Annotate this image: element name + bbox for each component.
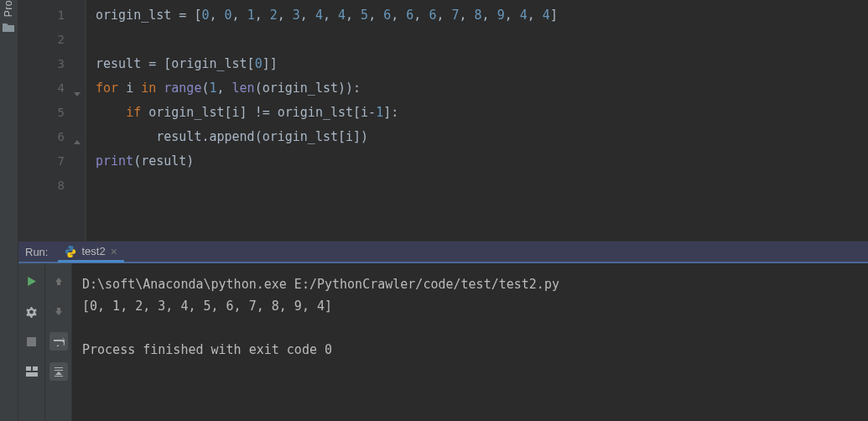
console-output[interactable]: D:\soft\Anaconda\python.exe E:/PythonCra… (72, 263, 868, 421)
main-area: 1 2 3 4 5 6 7 8 origin_lst = [0, 0, 1, 2… (18, 0, 868, 421)
code-line[interactable]: result = [origin_lst[0]] (96, 52, 868, 76)
python-icon (65, 246, 76, 257)
run-panel: Run: test2 × (18, 241, 868, 421)
svg-rect-0 (27, 337, 36, 346)
editor-area[interactable]: 1 2 3 4 5 6 7 8 origin_lst = [0, 0, 1, 2… (18, 0, 868, 241)
code-line[interactable]: result.append(origin_lst[i]) (96, 125, 868, 149)
line-number: 8 (18, 174, 85, 198)
code-line[interactable] (96, 28, 868, 52)
output-line: Process finished with exit code 0 (82, 342, 332, 357)
run-toolbar (18, 263, 45, 421)
close-icon[interactable]: × (111, 245, 117, 258)
line-number: 3 (18, 52, 85, 76)
gutter: 1 2 3 4 5 6 7 8 (18, 0, 86, 241)
svg-rect-3 (26, 372, 38, 377)
run-tab-name: test2 (81, 245, 105, 257)
run-body: D:\soft\Anaconda\python.exe E:/PythonCra… (18, 263, 868, 421)
up-arrow-icon[interactable] (49, 272, 68, 290)
svg-rect-2 (33, 366, 38, 371)
code-area[interactable]: origin_lst = [0, 0, 1, 2, 3, 4, 4, 5, 6,… (86, 0, 868, 241)
project-tab-label[interactable]: Pro (3, 0, 14, 17)
run-header: Run: test2 × (18, 241, 868, 263)
run-tab[interactable]: test2 × (58, 242, 123, 262)
code-line[interactable]: if origin_lst[i] != origin_lst[i-1]: (96, 101, 868, 125)
line-number: 1 (18, 3, 85, 28)
folder-icon (3, 21, 14, 36)
code-line[interactable]: for i in range(1, len(origin_lst)): (96, 76, 868, 101)
output-line: [0, 1, 2, 3, 4, 5, 6, 7, 8, 9, 4] (82, 299, 332, 314)
rerun-button[interactable] (23, 272, 41, 290)
line-number: 6 (18, 125, 85, 149)
project-sidebar[interactable]: Pro (0, 0, 18, 421)
code-line[interactable]: origin_lst = [0, 0, 1, 2, 3, 4, 4, 5, 6,… (96, 3, 868, 28)
run-sub-toolbar (45, 263, 72, 421)
code-line[interactable]: print(result) (96, 149, 868, 174)
stop-button[interactable] (23, 332, 41, 351)
line-number: 7 (18, 149, 85, 174)
down-arrow-icon[interactable] (49, 302, 68, 320)
fold-start-icon[interactable] (72, 83, 81, 92)
layout-button[interactable] (23, 362, 41, 381)
run-label: Run: (25, 246, 48, 258)
scroll-to-end-button[interactable] (49, 362, 68, 381)
fold-end-icon[interactable] (72, 132, 81, 141)
soft-wrap-button[interactable] (49, 332, 68, 351)
code-line[interactable] (96, 174, 868, 198)
settings-button[interactable] (23, 302, 41, 320)
line-number: 2 (18, 28, 85, 52)
line-number: 5 (18, 101, 85, 125)
line-number: 4 (18, 76, 85, 101)
output-line: D:\soft\Anaconda\python.exe E:/PythonCra… (82, 277, 559, 292)
svg-rect-1 (26, 366, 31, 371)
